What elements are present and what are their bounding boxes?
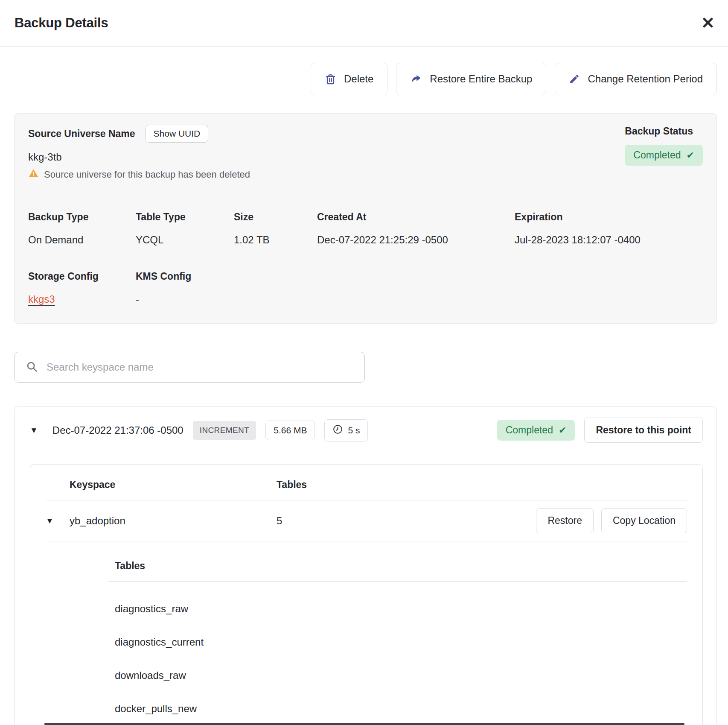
delete-button-label: Delete [344,73,373,85]
table-name: docker_pulls_new [108,703,687,715]
change-retention-period-label: Change Retention Period [588,73,703,85]
universe-name: kkg-3tb [28,151,625,163]
field-table-type: Table Type YCQL [136,211,234,246]
field-kms-config: KMS Config - [136,271,703,305]
keyspace-table-card: Keyspace Tables ▼ yb_adoption 5 Restore … [30,464,703,725]
toolbar: Delete Restore Entire Backup Change Rete… [14,63,717,95]
panel-header: Backup Details [0,0,728,47]
search-icon [26,360,38,374]
source-universe-label: Source Universe Name [28,128,135,140]
warning-text: Source universe for this backup has been… [44,169,250,180]
redo-arrow-icon [410,73,422,85]
keyspace-row-divider [46,541,687,541]
tables-section-divider [108,581,687,582]
search-input[interactable] [47,361,353,373]
backup-status-label: Backup Status [625,126,693,137]
panel-body: Delete Restore Entire Backup Change Rete… [0,63,728,725]
page-title: Backup Details [15,15,108,31]
pencil-icon [569,73,580,85]
bottom-edge-divider [44,723,684,725]
field-expiration: Expiration Jul-28-2023 18:12:07 -0400 [515,211,703,246]
field-backup-type: Backup Type On Demand [28,211,136,246]
increment-status-badge: Completed ✔ [497,420,575,441]
check-icon: ✔ [559,425,566,436]
warning-triangle-icon [28,168,39,181]
delete-button[interactable]: Delete [311,63,387,95]
table-name: diagnostics_raw [108,603,687,615]
increment-caret-down-icon[interactable]: ▼ [30,426,38,434]
trash-icon [325,73,336,85]
restore-entire-backup-button[interactable]: Restore Entire Backup [396,63,546,95]
restore-to-this-point-button[interactable]: Restore to this point [584,418,703,443]
increment-card: ▼ Dec-07-2022 21:37:06 -0500 INCREMENT 5… [14,406,717,725]
tables-section-header: Tables [108,560,687,572]
tables-count: 5 [277,515,536,527]
increment-type-chip: INCREMENT [193,421,256,440]
increment-timestamp: Dec-07-2022 21:37:06 -0500 [52,424,183,436]
field-created-at: Created At Dec-07-2022 21:25:29 -0500 [317,211,515,246]
keyspace-caret-down-icon[interactable]: ▼ [46,516,54,525]
search-box [14,352,365,383]
show-uuid-button[interactable]: Show UUID [146,125,209,143]
field-size: Size 1.02 TB [234,211,317,246]
duration-text: 5 s [348,425,360,436]
close-icon[interactable] [698,13,718,34]
backup-summary-panel: Source Universe Name Show UUID kkg-3tb [14,113,717,324]
check-icon: ✔ [687,150,694,161]
increment-header-row: ▼ Dec-07-2022 21:37:06 -0500 INCREMENT 5… [30,418,703,443]
change-retention-period-button[interactable]: Change Retention Period [555,63,717,95]
keyspace-table-header: Keyspace Tables [46,479,687,491]
copy-location-button[interactable]: Copy Location [601,508,687,533]
tables-sublist: Tables diagnostics_raw diagnostics_curre… [108,560,687,725]
field-storage-config: Storage Config kkgs3 [28,271,136,305]
storage-config-link[interactable]: kkgs3 [28,293,55,305]
keyspace-row: ▼ yb_adoption 5 Restore Copy Location [46,500,687,541]
keyspace-column-header: Keyspace [70,479,277,491]
keyspace-name: yb_adoption [70,515,277,527]
table-name: downloads_raw [108,669,687,681]
restore-entire-backup-label: Restore Entire Backup [430,73,532,85]
clock-icon [332,424,343,437]
tables-column-header: Tables [277,479,687,491]
table-name: diagnostics_current [108,636,687,648]
badge-text: Completed [506,424,553,436]
badge-text: Completed [633,149,681,161]
increment-duration-chip: 5 s [324,419,368,441]
backup-details-panel: Backup Details Delete [0,0,728,725]
restore-keyspace-button[interactable]: Restore [536,508,594,533]
increment-size-chip: 5.66 MB [265,421,315,440]
backup-status-badge: Completed ✔ [625,145,703,166]
